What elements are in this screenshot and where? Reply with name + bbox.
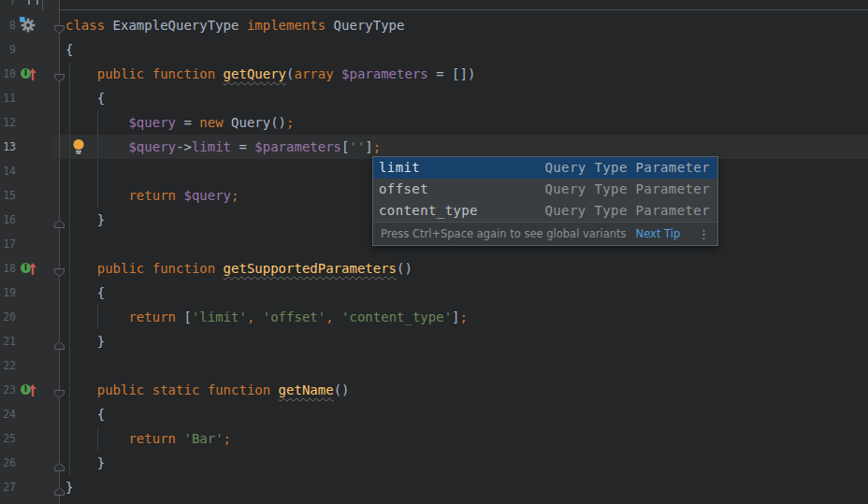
line-number: 19 [0,281,16,305]
code-line[interactable]: } [59,451,868,475]
code-token: ExampleQueryType [113,18,247,33]
code-token: public [97,261,152,276]
code-token: return [128,431,183,446]
code-token: ; [373,139,381,154]
code-token: { [65,285,105,300]
cut-off-gutter-icon [28,0,38,5]
code-token: $parameters [341,66,428,81]
code-line[interactable]: return ['limit', 'offset', 'content_type… [59,305,868,329]
fold-start-marker[interactable] [53,385,65,403]
code-token: public [97,382,152,397]
completion-item-type-label: Query Type Parameter [544,200,710,222]
code-line[interactable]: public function getSupportedParameters() [59,256,868,281]
code-token: $query [183,188,231,203]
code-token [65,115,128,130]
code-token: return [128,310,183,324]
fold-start-marker[interactable] [53,264,65,281]
line-number: 25 [0,426,16,451]
implements-method-icon[interactable]: I [21,261,37,276]
code-token: $query [128,139,176,154]
code-token: 'content_type' [341,310,452,324]
code-line[interactable]: class ExampleQueryType implements QueryT… [59,13,868,37]
code-token: , [247,310,263,324]
code-line[interactable]: { [59,281,868,305]
code-token: implements [247,18,334,33]
gear-icon[interactable] [20,17,36,37]
line-number: 10 [0,62,16,86]
code-token: limit [192,139,231,154]
completion-item-type-label: Query Type Parameter [544,179,710,200]
line-number: 16 [0,208,16,232]
code-token: return [128,188,183,203]
completion-item[interactable]: content_typeQuery Type Parameter [373,200,717,222]
code-token: ] [452,310,459,324]
line-number: 12 [0,110,16,135]
code-line[interactable]: public function getQuery(array $paramete… [59,62,868,86]
code-token: [ [183,310,191,324]
line-number: 24 [0,402,16,426]
fold-end-marker[interactable] [53,482,65,500]
code-token: } [65,480,73,495]
code-line[interactable]: { [59,86,868,110]
code-token: getName [279,382,334,397]
code-token: { [65,407,105,422]
code-token: ; [224,431,231,446]
code-line[interactable] [59,0,868,13]
line-number: 8 [0,13,16,37]
completion-item-type-label: Query Type Parameter [544,157,710,179]
line-number: 20 [0,305,16,329]
implements-method-icon[interactable]: I [21,382,37,397]
line-number: 21 [0,329,16,353]
code-line[interactable]: } [59,329,868,353]
code-token: -> [176,139,192,154]
blue-square-badge [20,17,25,22]
line-number: 7 [0,0,16,13]
code-token: QueryType [334,18,405,33]
intention-lightbulb-icon[interactable] [72,138,85,159]
line-number: 27 [0,475,16,499]
code-token: $query [128,115,176,130]
fold-end-marker[interactable] [53,215,65,233]
code-token: = [231,139,254,154]
code-line[interactable] [59,353,868,378]
fold-end-marker[interactable] [53,458,65,476]
fold-line-stub [42,0,43,10]
code-token [65,310,128,324]
completion-item-name: content_type [379,203,478,218]
code-token: function [152,66,224,81]
code-line[interactable]: { [59,402,868,426]
line-number: 17 [0,232,16,256]
override-up-arrow-icon [28,66,37,85]
fold-end-marker[interactable] [53,337,65,354]
line-number: 23 [0,378,16,402]
code-token: = [176,115,199,130]
code-token: = []) [428,66,476,81]
code-token: static [152,382,208,397]
completion-item[interactable]: limitQuery Type Parameter [373,157,717,179]
implements-method-icon[interactable]: I [21,66,37,81]
line-number: 9 [0,37,16,62]
code-token: () [397,261,412,276]
code-token: Query [231,115,270,130]
code-token: ] [365,139,372,154]
override-up-arrow-icon [28,382,37,401]
fold-start-marker[interactable] [53,69,65,87]
code-token [65,66,97,81]
next-tip-link[interactable]: Next Tip [636,227,681,240]
kebab-menu-icon[interactable]: ⋮ [698,228,710,240]
code-line[interactable]: return 'Bar'; [59,426,868,451]
code-line[interactable]: { [59,37,868,62]
completion-popup-footer: Press Ctrl+Space again to see global var… [373,222,717,245]
code-line[interactable]: $query = new Query(); [59,110,868,135]
code-token: } [65,212,105,227]
completion-item-name: limit [379,160,420,175]
line-number: 22 [0,353,16,378]
code-token: ; [286,115,294,130]
completion-popup: limitQuery Type ParameteroffsetQuery Typ… [372,156,718,246]
code-token: ; [231,188,239,203]
code-line[interactable]: public static function getName() [59,378,868,402]
code-token [65,431,128,446]
fold-start-marker[interactable] [53,21,65,38]
code-line[interactable]: } [59,475,868,499]
completion-item[interactable]: offsetQuery Type Parameter [373,179,717,200]
